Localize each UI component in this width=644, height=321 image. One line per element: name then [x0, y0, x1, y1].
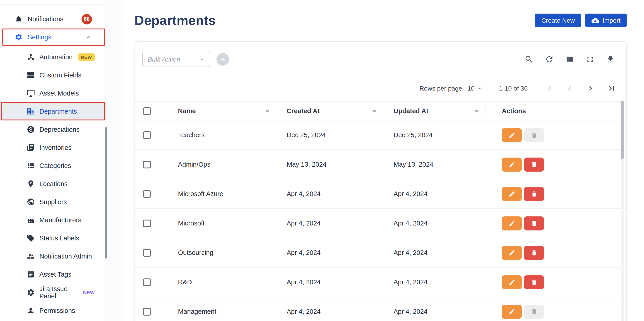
table-row: Admin/Ops May 13, 2024 May 13, 2024 — [135, 150, 626, 179]
column-header-actions: Actions — [502, 107, 526, 114]
sidebar-item-status-labels[interactable]: Status Labels — [0, 229, 106, 247]
row-checkbox[interactable] — [143, 160, 151, 168]
table-scrollbar-thumb[interactable] — [621, 101, 624, 159]
row-checkbox[interactable] — [143, 190, 151, 198]
arrow-right-icon — [220, 56, 226, 63]
app-window: Notifications 68 Settings Automation NEW… — [0, 0, 644, 321]
row-checkbox[interactable] — [143, 131, 151, 139]
column-menu-icon[interactable] — [474, 108, 480, 114]
cell-created-at: Apr 4, 2024 — [287, 268, 394, 296]
row-checkbox[interactable] — [143, 249, 151, 256]
sidebar-scrollbar-thumb[interactable] — [104, 127, 107, 258]
chevron-right-icon — [586, 84, 595, 93]
import-button[interactable]: Import — [585, 14, 627, 27]
delete-button[interactable] — [524, 187, 544, 201]
columns-button[interactable] — [565, 54, 575, 64]
edit-button[interactable] — [502, 275, 522, 289]
sidebar-item-label: Depreciations — [40, 126, 80, 133]
sidebar-item-inventories[interactable]: Inventories — [0, 138, 106, 157]
last-page-button[interactable] — [606, 83, 616, 93]
sidebar-item-jira-issue-panel[interactable]: Jira Issue Panel NEW — [0, 284, 106, 302]
table-header-row: Name Created At Updated At Action — [135, 102, 626, 120]
sidebar-item-label: Status Labels — [40, 234, 79, 242]
previous-page-button[interactable] — [565, 83, 575, 93]
cell-updated-at: Apr 4, 2024 — [394, 268, 496, 296]
sidebar-item-notifications[interactable]: Notifications 68 — [0, 10, 106, 28]
sidebar-divider — [1, 4, 104, 4]
sidebar-item-categories[interactable]: Categories — [0, 157, 106, 175]
cell-created-at: Apr 4, 2024 — [287, 238, 394, 267]
pencil-icon — [508, 279, 515, 286]
bulk-action-select[interactable]: Bulk Action — [142, 52, 210, 67]
trash-icon — [530, 220, 537, 226]
cell-updated-at: Dec 25, 2024 — [394, 120, 496, 150]
sidebar-item-depreciations[interactable]: Depreciations — [0, 120, 106, 138]
column-menu-icon[interactable] — [264, 108, 270, 114]
page-header: Departments Create New Import — [134, 10, 627, 31]
pagination-range: 1-10 of 36 — [499, 85, 528, 92]
refresh-icon — [545, 55, 554, 64]
delete-button[interactable] — [524, 216, 544, 230]
edit-button[interactable] — [502, 128, 522, 142]
bulk-action-apply-button[interactable] — [216, 53, 229, 66]
download-icon — [606, 55, 615, 64]
edit-button[interactable] — [502, 216, 522, 230]
select-all-checkbox[interactable] — [143, 107, 151, 115]
table-row: Management Apr 4, 2024 Apr 4, 2024 — [135, 297, 626, 321]
next-page-button[interactable] — [586, 83, 596, 93]
rows-per-page-select[interactable]: 10 — [468, 84, 484, 92]
fullscreen-button[interactable] — [585, 54, 595, 64]
row-checkbox[interactable] — [143, 219, 151, 227]
cell-name: Microsoft — [178, 209, 287, 238]
create-new-button[interactable]: Create New — [535, 14, 581, 27]
sidebar-item-locations[interactable]: Locations — [0, 175, 106, 193]
row-checkbox[interactable] — [143, 308, 151, 315]
cell-updated-at: Apr 4, 2024 — [394, 297, 496, 321]
settings-submenu: Automation NEW Custom Fields Asset Model… — [0, 48, 106, 320]
trash-icon — [530, 279, 537, 286]
cloud-download-icon — [592, 16, 600, 24]
sidebar-item-notification-admin[interactable]: Notification Admin — [0, 247, 106, 265]
table-scrollbar[interactable] — [621, 101, 624, 321]
edit-button[interactable] — [502, 187, 522, 201]
sidebar-item-label: Settings — [28, 34, 52, 41]
sidebar-item-settings[interactable]: Settings — [0, 28, 106, 46]
edit-button[interactable] — [502, 246, 522, 260]
sidebar-item-manufacturers[interactable]: Manufacturers — [0, 211, 106, 229]
edit-button[interactable] — [502, 304, 522, 318]
cell-updated-at: Apr 4, 2024 — [394, 238, 496, 267]
cell-created-at: Apr 4, 2024 — [287, 179, 394, 208]
refresh-button[interactable] — [544, 54, 554, 64]
sidebar-item-label: Suppliers — [40, 198, 67, 206]
cell-name: Admin/Ops — [178, 150, 287, 179]
sidebar-item-label: Automation — [40, 54, 73, 61]
sidebar-item-suppliers[interactable]: Suppliers — [0, 193, 106, 211]
chevron-left-icon — [565, 84, 574, 93]
row-checkbox[interactable] — [143, 278, 151, 286]
column-header-updated-at: Updated At — [394, 107, 428, 114]
sidebar-item-automation[interactable]: Automation NEW — [0, 48, 106, 66]
first-page-button[interactable] — [544, 83, 554, 93]
delete-button[interactable] — [524, 304, 544, 318]
search-button[interactable] — [524, 54, 534, 64]
edit-button[interactable] — [502, 157, 522, 171]
import-label: Import — [602, 17, 620, 24]
sidebar-item-label: Categories — [40, 162, 71, 169]
sidebar-item-label: Inventories — [40, 144, 72, 151]
sidebar-item-asset-tags[interactable]: Asset Tags — [0, 265, 106, 284]
sidebar-item-permissions[interactable]: Permissions — [0, 302, 106, 320]
delete-button[interactable] — [524, 246, 544, 260]
download-button[interactable] — [606, 54, 616, 64]
sidebar-item-asset-models[interactable]: Asset Models — [0, 84, 106, 102]
delete-button[interactable] — [524, 128, 544, 142]
last-page-icon — [607, 84, 616, 93]
table-toolbar: Bulk Action — [135, 42, 626, 67]
table-row: R&D Apr 4, 2024 Apr 4, 2024 — [135, 268, 626, 297]
delete-button[interactable] — [524, 275, 544, 289]
sidebar-item-departments[interactable]: Departments — [0, 102, 106, 120]
sidebar-item-custom-fields[interactable]: Custom Fields — [0, 66, 106, 84]
column-header-name: Name — [178, 107, 196, 114]
column-menu-icon[interactable] — [371, 108, 377, 114]
delete-button[interactable] — [524, 157, 544, 171]
cell-created-at: Apr 4, 2024 — [287, 209, 394, 238]
